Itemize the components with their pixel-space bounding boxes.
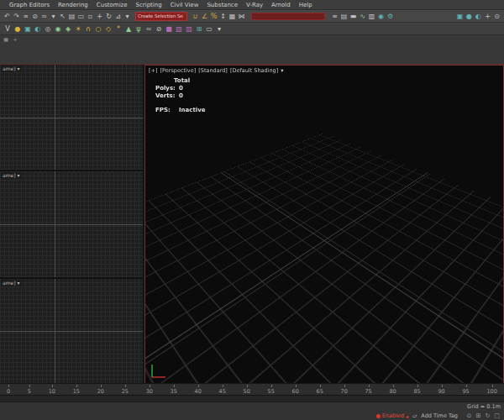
select-and-rotate-icon[interactable]: ↻ xyxy=(104,12,113,21)
ortho-viewport-middle[interactable]: ame] ▾ xyxy=(0,171,143,276)
timeline-tick[interactable]: 100 xyxy=(486,384,496,396)
collapse-arrow-icon[interactable]: ◂ xyxy=(406,412,408,420)
search-icon[interactable]: ⊙ xyxy=(492,12,501,21)
render-setup-icon[interactable]: ⚙ xyxy=(386,12,395,21)
viewport-label-menu-icon[interactable]: ▾ xyxy=(18,66,20,72)
select-and-move-icon[interactable]: + xyxy=(95,12,104,21)
last-render-icon[interactable]: ◎ xyxy=(43,24,53,34)
viewport-label-menu-icon[interactable]: ▾ xyxy=(18,172,20,179)
timeline-tick[interactable]: 75 xyxy=(365,384,371,396)
timeline-tick[interactable]: 0 xyxy=(7,384,10,396)
override-material-icon[interactable]: ▨ xyxy=(184,24,194,34)
displacement-icon[interactable]: ≈ xyxy=(144,24,154,34)
add-layout-tab-icon[interactable]: + xyxy=(12,36,18,43)
add-time-tag-button[interactable]: Add Time Tag xyxy=(421,412,458,420)
vray-frame-buffer-icon[interactable]: ▣ xyxy=(23,24,33,34)
frame-stamp-icon[interactable]: ▭ xyxy=(204,24,214,34)
bind-to-spacewarp-icon[interactable]: ≈ xyxy=(39,12,49,21)
menu-item[interactable]: Civil View xyxy=(166,2,203,8)
viewport-label[interactable]: ame] ▾ xyxy=(1,66,22,72)
selection-filter-dropdown[interactable]: ▾ xyxy=(49,12,58,21)
viewport-settings-icon[interactable]: ▾ xyxy=(281,67,283,75)
vray-material-icon[interactable]: ■ xyxy=(164,24,174,34)
ipr-render-icon[interactable]: ◐ xyxy=(33,24,43,34)
menu-item[interactable]: V-Ray xyxy=(242,2,267,8)
timeline-tick[interactable]: 55 xyxy=(268,384,275,396)
toggle-layer-explorer-icon[interactable]: ▤ xyxy=(339,12,349,21)
perspective-viewport[interactable]: [+] [Perspective] [Standard] [Default Sh… xyxy=(144,65,504,384)
timeline-tick[interactable]: 45 xyxy=(219,384,226,396)
render-frame-window-icon[interactable]: ▣ xyxy=(455,12,465,21)
timeline-tick[interactable]: 50 xyxy=(244,384,250,396)
clipper-icon[interactable]: ⊘ xyxy=(154,24,164,34)
zoom-extents-all-icon[interactable]: ⊞ xyxy=(475,412,482,420)
timeline-tick[interactable]: 10 xyxy=(49,384,55,396)
blend-material-icon[interactable]: ▧ xyxy=(174,24,184,34)
mirror-icon[interactable]: ⋈ xyxy=(237,12,246,21)
menu-item[interactable]: Substance xyxy=(202,2,242,8)
toolbar-options-icon[interactable]: ▾ xyxy=(214,24,224,34)
timeline-tick[interactable]: 5 xyxy=(28,384,31,396)
dome-light-icon[interactable]: ∩ xyxy=(83,24,93,34)
render-production-icon[interactable]: ● xyxy=(465,12,474,21)
select-by-name-icon[interactable]: ▤ xyxy=(67,12,76,21)
vray-camera-icon[interactable]: ◉ xyxy=(53,24,63,34)
named-selection-sets-icon[interactable]: ▦ xyxy=(228,12,237,21)
select-and-link-icon[interactable]: ∞ xyxy=(21,12,30,21)
rectangular-region-icon[interactable]: ▭ xyxy=(76,12,86,21)
window-crossing-icon[interactable]: ▫ xyxy=(86,12,95,21)
align-icon[interactable]: ≡ xyxy=(330,12,339,21)
node-editor-icon[interactable]: ⊞ xyxy=(194,24,204,34)
menu-item[interactable]: Customize xyxy=(92,2,132,8)
viewport-plus-menu[interactable]: [+] xyxy=(149,67,158,75)
curve-editor-icon[interactable]: ∿ xyxy=(358,12,367,21)
maximize-viewport-toggle-icon[interactable]: □ xyxy=(493,412,501,420)
timeline-tick[interactable]: 65 xyxy=(317,384,323,396)
vray-menu-icon[interactable]: V xyxy=(3,24,13,34)
viewport-pov-menu[interactable]: [Perspective] xyxy=(160,67,197,75)
timeline-tick[interactable]: 25 xyxy=(122,384,129,396)
menu-item[interactable]: Arnold xyxy=(267,2,295,8)
orbit-icon[interactable]: ↻ xyxy=(484,412,491,420)
timeline-tick[interactable]: 80 xyxy=(389,384,396,396)
viewport-shading-menu[interactable]: [Default Shading] xyxy=(230,67,278,75)
select-object-icon[interactable]: ↖ xyxy=(58,12,67,21)
timeline-tick[interactable]: 40 xyxy=(195,384,202,396)
select-and-scale-icon[interactable]: ⊿ xyxy=(113,12,123,21)
percent-snap-icon[interactable]: % xyxy=(209,12,218,21)
sphere-light-icon[interactable]: ○ xyxy=(93,24,103,34)
unlink-selection-icon[interactable]: ⊘ xyxy=(30,12,39,21)
ortho-viewport-top[interactable]: ame] ▾ xyxy=(0,65,143,170)
reference-coordinate-dropdown[interactable]: ▾ xyxy=(123,12,132,21)
timeline-tick[interactable]: 20 xyxy=(97,384,104,396)
viewport-label[interactable]: ame] ▾ xyxy=(1,280,22,286)
vray-render-icon[interactable]: ● xyxy=(13,24,23,34)
vray-proxy-icon[interactable]: ▲ xyxy=(123,24,134,34)
spinner-snap-icon[interactable]: ↕ xyxy=(218,12,228,21)
timeline-tick[interactable]: 15 xyxy=(73,384,80,396)
mesh-light-icon[interactable]: ◇ xyxy=(103,24,113,34)
vray-fur-icon[interactable]: ψ xyxy=(134,24,144,34)
toggle-ribbon-icon[interactable]: ▬ xyxy=(349,12,358,21)
material-editor-icon[interactable]: ◉ xyxy=(376,12,386,21)
physical-camera-icon[interactable]: ◈ xyxy=(63,24,73,34)
open-viewport-icon[interactable]: + xyxy=(483,12,492,21)
menu-item[interactable]: Help xyxy=(295,2,317,8)
ortho-viewport-bottom[interactable]: ame] ▾ xyxy=(0,279,143,384)
timeline-tick[interactable]: 85 xyxy=(413,384,420,396)
redo-icon[interactable]: ↷ xyxy=(12,12,21,21)
create-selection-set-dropdown[interactable]: Create Selection Se xyxy=(135,12,187,21)
timeline-tick[interactable]: 95 xyxy=(462,384,469,396)
viewport-label-menu-icon[interactable]: ▾ xyxy=(18,280,20,286)
timeline-tick[interactable]: 30 xyxy=(146,384,153,396)
viewport-layout-tab-icon[interactable]: ▦ xyxy=(3,36,9,43)
timeline-tick[interactable]: 35 xyxy=(171,384,177,396)
timeline-tick[interactable]: 60 xyxy=(292,384,299,396)
menu-item[interactable]: Rendering xyxy=(54,2,92,8)
schematic-view-icon[interactable]: ▥ xyxy=(367,12,376,21)
zoom-icon[interactable]: ⊙ xyxy=(465,412,473,420)
render-iterative-icon[interactable]: ◐ xyxy=(474,12,483,21)
timeline-tick[interactable]: 70 xyxy=(341,384,348,396)
snap-toggle-icon[interactable]: ∪ xyxy=(191,12,200,21)
vray-light-icon[interactable]: ☀ xyxy=(73,24,83,34)
